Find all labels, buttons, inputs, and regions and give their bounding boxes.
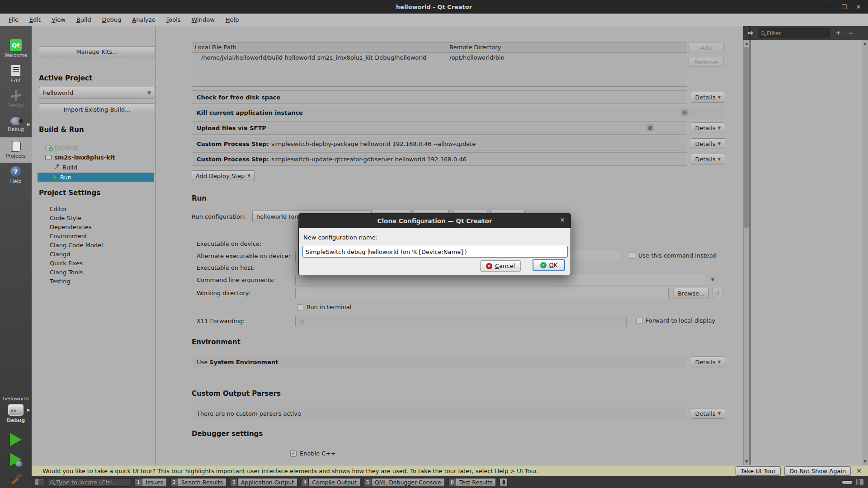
ok-button[interactable]: ✓ OK: [533, 259, 565, 271]
reset-icon[interactable]: ↺: [712, 288, 722, 299]
build-progress-icon[interactable]: [842, 480, 853, 484]
kit-item-desktop[interactable]: + Desktop: [45, 143, 154, 152]
locator-input[interactable]: Type to locate (Ctrl...: [47, 478, 131, 487]
run-in-terminal-checkbox[interactable]: Run in terminal: [297, 304, 351, 310]
collapse-all-icon[interactable]: −: [846, 29, 855, 37]
kit-selector-button[interactable]: ▶ Debug: [0, 404, 32, 423]
run-play-icon: [10, 433, 22, 446]
settings-item-clang-tools[interactable]: Clang Tools: [50, 267, 83, 277]
mode-projects[interactable]: Projects: [0, 137, 32, 163]
col-remote-directory[interactable]: Remote Directory: [447, 43, 504, 52]
kit-item-device[interactable]: sm2s-imx8plus-kit: [45, 153, 154, 162]
filter-input[interactable]: Filter: [758, 28, 830, 38]
pane-button-issues[interactable]: 1 Issues: [135, 478, 167, 486]
kit-build-item[interactable]: Build: [53, 163, 153, 172]
debug-run-button[interactable]: [0, 453, 32, 469]
notification-close-icon[interactable]: ✕: [854, 467, 863, 474]
do-not-show-again-button[interactable]: Do Not Show Again: [784, 466, 851, 476]
cell-local-path: /home/jvial/helloworld/build-helloworld-…: [192, 54, 447, 61]
menu-view[interactable]: View: [47, 15, 71, 24]
mode-help[interactable]: ? Help: [0, 163, 32, 188]
pane-button-search-results[interactable]: 2 Search Results: [170, 478, 226, 486]
details-button-environment[interactable]: Details▼: [691, 357, 725, 367]
dialog-titlebar[interactable]: Clone Configuration — Qt Creator ✕: [299, 214, 571, 228]
disable-step-icon[interactable]: ⊘: [646, 124, 654, 131]
scroll-down-icon[interactable]: ▼: [862, 459, 868, 464]
col-local-file-path[interactable]: Local File Path: [192, 43, 447, 52]
settings-item-clang-code-model[interactable]: Clang Code Model: [50, 240, 103, 249]
use-command-instead-checkbox[interactable]: Use this command instead: [629, 252, 717, 259]
scroll-down-icon[interactable]: ▼: [744, 459, 750, 464]
minimize-icon[interactable]: ─: [826, 4, 834, 10]
scroll-up-icon[interactable]: ▲: [744, 41, 750, 46]
checkbox-icon: [629, 253, 635, 259]
settings-item-clangd[interactable]: Clangd: [50, 249, 70, 258]
disable-step-icon[interactable]: ⊘: [681, 109, 689, 116]
configuration-name-input[interactable]: SimpleSwitch debug helloworld (on %{Devi…: [302, 246, 568, 258]
enable-cpp-checkbox[interactable]: ✓ Enable C++: [290, 450, 335, 457]
environment-summary-row: Use System Environment: [192, 355, 687, 369]
pane-button-compile-output[interactable]: 4 Compile Output: [301, 478, 360, 486]
deploy-files-table[interactable]: Local File Path Remote Directory /home/j…: [192, 42, 687, 87]
chevron-down-icon: ▼: [718, 95, 721, 99]
kit-run-item[interactable]: Run: [38, 173, 154, 182]
scrollbar-thumb[interactable]: [744, 47, 749, 228]
add-file-button[interactable]: Add: [689, 42, 724, 52]
main-vertical-scrollbar[interactable]: ▲ ▼: [743, 40, 750, 465]
pane-button-application-output[interactable]: 3 Application Output: [230, 478, 297, 486]
menu-help[interactable]: Help: [221, 15, 244, 24]
build-button[interactable]: [0, 473, 32, 488]
settings-item-environment[interactable]: Environment: [50, 231, 87, 240]
details-button-parsers[interactable]: Details▼: [691, 408, 725, 419]
right-pane-scrollbar[interactable]: ▲ ▼: [862, 40, 868, 465]
args-history-arrow-icon[interactable]: ▼: [711, 277, 714, 282]
dialog-close-icon[interactable]: ✕: [560, 216, 565, 224]
kit-selector-arrow-icon: ▶: [27, 408, 30, 412]
toggle-output-pane-icon[interactable]: [856, 479, 863, 485]
table-row[interactable]: /home/jvial/helloworld/build-helloworld-…: [192, 53, 687, 61]
menu-analyze[interactable]: Analyze: [127, 15, 160, 24]
remove-file-button[interactable]: Remove: [689, 57, 724, 67]
run-button[interactable]: [0, 433, 32, 446]
menu-edit[interactable]: Edit: [24, 15, 46, 24]
add-deploy-step-button[interactable]: Add Deploy Step▼: [192, 170, 255, 181]
menu-file[interactable]: File: [4, 15, 24, 24]
search-icon: [50, 480, 54, 484]
right-tree-pane: ▲ ▼: [750, 40, 868, 465]
maximize-icon[interactable]: ❐: [840, 4, 848, 10]
details-button-sftp[interactable]: Details▼: [691, 122, 725, 133]
working-directory-input[interactable]: [295, 288, 669, 299]
mode-debug[interactable]: ▶ Debug: [0, 112, 32, 137]
details-button-custom-2[interactable]: Details▼: [691, 154, 725, 164]
mode-welcome[interactable]: Qt Welcome: [0, 36, 32, 61]
scroll-up-icon[interactable]: ▲: [862, 41, 868, 46]
command-line-args-input[interactable]: [295, 275, 707, 286]
settings-item-dependencies[interactable]: Dependencies: [50, 222, 92, 231]
active-project-select[interactable]: helloworld ▼: [39, 87, 155, 99]
expand-all-icon[interactable]: +: [834, 29, 843, 37]
manage-kits-button[interactable]: Manage Kits...: [39, 46, 155, 57]
pane-button-qml-debugger-console[interactable]: 5 QML Debugger Console: [364, 478, 445, 486]
cancel-button[interactable]: ✕ Cancel: [480, 260, 521, 272]
pane-maximize-icon[interactable]: ▲▼: [500, 478, 508, 486]
menu-debug[interactable]: Debug: [97, 15, 126, 24]
pane-button-test-results[interactable]: 8 Test Results: [448, 478, 496, 486]
details-button-disk-space[interactable]: Details▼: [691, 92, 725, 103]
x11-forwarding-input[interactable]: :0: [295, 316, 627, 327]
settings-item-quick-fixes[interactable]: Quick Fixes: [50, 258, 83, 267]
import-existing-build-button[interactable]: Import Existing Build...: [39, 103, 155, 115]
menu-build[interactable]: Build: [71, 15, 96, 24]
menu-tools[interactable]: Tools: [161, 15, 185, 24]
window-close-icon[interactable]: ✕: [854, 4, 863, 10]
settings-item-code-style[interactable]: Code Style: [50, 213, 81, 222]
menu-window[interactable]: Window: [187, 15, 220, 24]
settings-item-testing[interactable]: Testing: [50, 277, 71, 286]
details-button-custom-1[interactable]: Details▼: [691, 138, 725, 149]
toggle-left-sidebar-icon[interactable]: [35, 479, 43, 485]
sync-with-editor-icon[interactable]: [747, 29, 754, 37]
settings-item-editor[interactable]: Editor: [50, 204, 67, 213]
browse-button[interactable]: Browse...: [674, 288, 709, 299]
take-ui-tour-button[interactable]: Take UI Tour: [736, 466, 781, 476]
forward-to-local-display-checkbox[interactable]: Forward to local display: [636, 317, 715, 324]
mode-edit[interactable]: Edit: [0, 61, 32, 87]
